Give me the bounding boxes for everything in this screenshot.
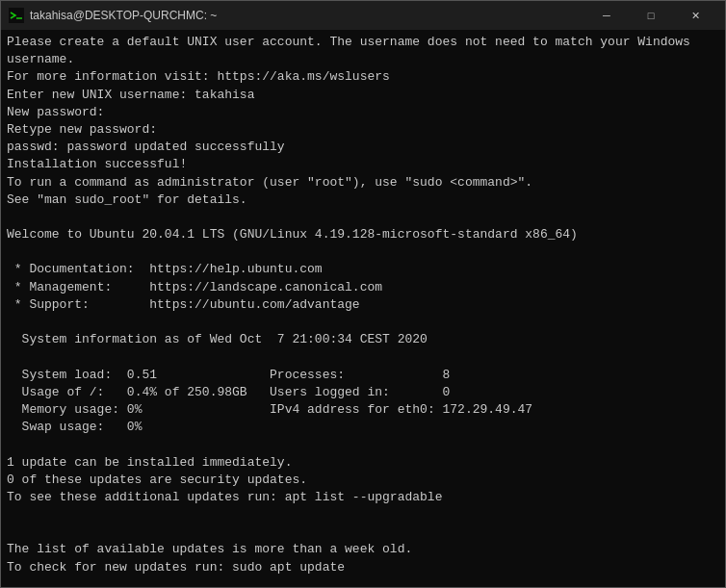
- window-controls: ─ □ ✕: [584, 1, 717, 30]
- maximize-button[interactable]: □: [629, 1, 673, 30]
- titlebar: takahisa@DESKTOP-QURCHMC: ~ ─ □ ✕: [1, 1, 725, 30]
- terminal-output: Please create a default UNIX user accoun…: [7, 34, 719, 587]
- window-title: takahisa@DESKTOP-QURCHMC: ~: [30, 9, 584, 22]
- close-button[interactable]: ✕: [673, 1, 717, 30]
- terminal-body[interactable]: Please create a default UNIX user accoun…: [1, 30, 725, 587]
- terminal-window: takahisa@DESKTOP-QURCHMC: ~ ─ □ ✕ Please…: [0, 0, 726, 588]
- terminal-icon: [9, 8, 24, 23]
- minimize-button[interactable]: ─: [584, 1, 629, 30]
